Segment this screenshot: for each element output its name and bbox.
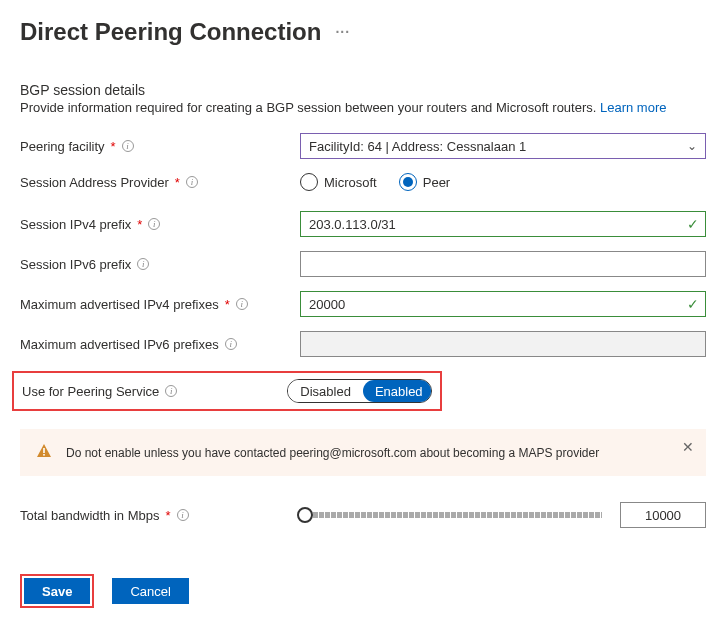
facility-select[interactable]: FacilityId: 64 | Address: Cessnalaan 1 ⌄ — [300, 133, 706, 159]
close-icon[interactable]: ✕ — [682, 439, 694, 455]
cancel-button[interactable]: Cancel — [112, 578, 188, 604]
info-icon[interactable]: i — [165, 385, 177, 397]
required-icon: * — [137, 217, 142, 232]
info-icon[interactable]: i — [148, 218, 160, 230]
info-icon[interactable]: i — [186, 176, 198, 188]
ipv4-prefix-input[interactable]: 203.0.113.0/31 ✓ — [300, 211, 706, 237]
save-button[interactable]: Save — [24, 578, 90, 604]
max-v6-input — [300, 331, 706, 357]
facility-label: Peering facility — [20, 139, 105, 154]
bandwidth-label: Total bandwidth in Mbps — [20, 508, 159, 523]
use-peering-label: Use for Peering Service — [22, 384, 159, 399]
bandwidth-value[interactable]: 10000 — [620, 502, 706, 528]
session-provider-radios: Microsoft Peer — [300, 173, 706, 191]
max-v6-label: Maximum advertised IPv6 prefixes — [20, 337, 219, 352]
ipv6-prefix-input[interactable] — [300, 251, 706, 277]
session-provider-label: Session Address Provider — [20, 175, 169, 190]
slider-thumb[interactable] — [297, 507, 313, 523]
radio-icon — [399, 173, 417, 191]
save-highlight: Save — [20, 574, 94, 608]
svg-rect-0 — [43, 448, 45, 453]
required-icon: * — [225, 297, 230, 312]
ipv4-prefix-label: Session IPv4 prefix — [20, 217, 131, 232]
info-icon[interactable]: i — [225, 338, 237, 350]
max-v4-input[interactable]: 20000 ✓ — [300, 291, 706, 317]
section-title: BGP session details — [20, 82, 706, 98]
use-peering-highlight: Use for Peering Service i Disabled Enabl… — [12, 371, 442, 411]
required-icon: * — [111, 139, 116, 154]
max-v4-label: Maximum advertised IPv4 prefixes — [20, 297, 219, 312]
learn-more-link[interactable]: Learn more — [600, 100, 666, 115]
section-desc: Provide information required for creatin… — [20, 100, 706, 115]
page-title: Direct Peering Connection ··· — [20, 18, 706, 46]
bandwidth-slider[interactable] — [300, 512, 602, 518]
radio-icon — [300, 173, 318, 191]
required-icon: * — [165, 508, 170, 523]
valid-check-icon: ✓ — [687, 216, 699, 232]
valid-check-icon: ✓ — [687, 296, 699, 312]
provider-radio-microsoft[interactable]: Microsoft — [300, 173, 377, 191]
svg-rect-1 — [43, 454, 45, 456]
warning-text: Do not enable unless you have contacted … — [66, 446, 599, 460]
more-icon[interactable]: ··· — [335, 24, 350, 40]
info-icon[interactable]: i — [236, 298, 248, 310]
warning-banner: Do not enable unless you have contacted … — [20, 429, 706, 476]
toggle-enabled[interactable]: Enabled — [363, 380, 432, 402]
toggle-disabled[interactable]: Disabled — [288, 380, 363, 402]
peering-service-toggle[interactable]: Disabled Enabled — [287, 379, 432, 403]
provider-radio-peer[interactable]: Peer — [399, 173, 450, 191]
warning-icon — [36, 443, 52, 462]
info-icon[interactable]: i — [122, 140, 134, 152]
required-icon: * — [175, 175, 180, 190]
info-icon[interactable]: i — [177, 509, 189, 521]
info-icon[interactable]: i — [137, 258, 149, 270]
ipv6-prefix-label: Session IPv6 prefix — [20, 257, 131, 272]
chevron-down-icon: ⌄ — [687, 139, 697, 153]
